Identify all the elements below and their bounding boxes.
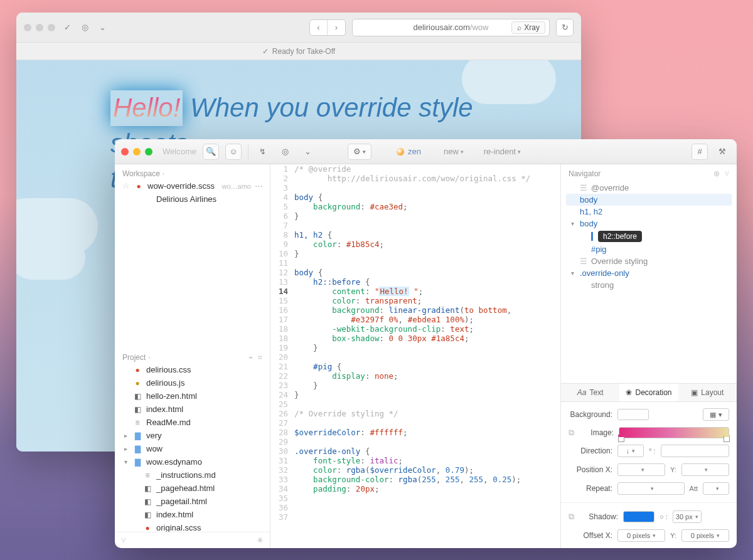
shadow-size-select[interactable]: 30 px	[673, 510, 702, 523]
compile-icon[interactable]: ⌁	[248, 353, 253, 362]
code-line[interactable]: 6}	[270, 211, 560, 221]
code-line[interactable]: 9 color: #1b85c4;	[270, 240, 560, 249]
code-line[interactable]: 31 font-style: italic;	[270, 456, 560, 465]
new-menu[interactable]: new▾	[444, 147, 464, 156]
file-row[interactable]: ◧_pagetail.html	[115, 495, 270, 508]
tab-decoration[interactable]: ❀Decoration	[619, 384, 678, 401]
navigator-item[interactable]: strong	[566, 279, 732, 291]
gear-button[interactable]: ⚙▾	[348, 144, 371, 160]
offsety-select[interactable]: 0 pixels	[681, 529, 729, 542]
code-line[interactable]: 12body {	[270, 268, 560, 277]
code-line[interactable]: 37	[270, 512, 560, 522]
rocket-tool-icon[interactable]: ↯	[255, 144, 271, 160]
code-line[interactable]: 7	[270, 221, 560, 230]
code-line[interactable]: 35	[270, 494, 560, 503]
code-line[interactable]: 24}	[270, 390, 560, 399]
file-row[interactable]: ▾▇wow.esdynamo	[115, 455, 270, 468]
navigator-item[interactable]: body	[566, 194, 732, 206]
code-line[interactable]: 17 #e3297f 0%, #ebdea1 100%);	[270, 315, 560, 324]
file-row[interactable]: ◧index.html	[115, 403, 270, 416]
direction-select[interactable]: ↓	[617, 445, 644, 457]
code-line[interactable]: 18 box-shadow: 0 0 30px #1a85c4;	[270, 334, 560, 343]
file-row[interactable]: ≡ReadMe.md	[115, 416, 270, 429]
navigator-item[interactable]: ▾body	[566, 218, 732, 230]
code-line[interactable]: 22 display: none;	[270, 371, 560, 381]
forward-button[interactable]: ›	[328, 20, 345, 35]
stack-icon[interactable]: ⧉	[569, 428, 579, 438]
file-row[interactable]: ▸▇wow	[115, 442, 270, 455]
scan-icon[interactable]: ⌗	[258, 353, 262, 362]
degree-input[interactable]	[661, 445, 729, 457]
code-line[interactable]: 32 color: rgba($overrideColor, 0.79);	[270, 465, 560, 475]
chevron-down-icon[interactable]: ⌄	[300, 144, 316, 160]
code-line[interactable]: 23 }	[270, 381, 560, 390]
navigator-item[interactable]: ☰Override styling	[566, 255, 732, 267]
tab-layout[interactable]: ▣Layout	[678, 384, 737, 401]
posx-select[interactable]	[617, 463, 665, 476]
code-line[interactable]: 28$overrideColor: #ffffff;	[270, 428, 560, 437]
add-nav-icon[interactable]: ⊕	[713, 169, 720, 178]
offsetx-select[interactable]: 0 pixels	[617, 529, 665, 542]
code-line[interactable]: 15 color: transparent;	[270, 296, 560, 305]
navigator-item[interactable]: #pig	[566, 243, 732, 255]
reload-button[interactable]: ↻	[556, 19, 574, 36]
zen-indicator[interactable]: zen	[397, 147, 421, 156]
target-tool-icon[interactable]: ◎	[277, 144, 294, 160]
filter-nav-icon[interactable]: ⑂	[725, 169, 729, 178]
target-icon[interactable]: ◎	[79, 22, 90, 33]
stack-icon[interactable]: ⧉	[569, 512, 579, 522]
tag-icon[interactable]: ✳	[257, 536, 264, 545]
file-row[interactable]: ◧hello-zen.html	[115, 389, 270, 403]
back-button[interactable]: ‹	[310, 20, 328, 35]
tab-text[interactable]: AaText	[561, 384, 619, 401]
file-row[interactable]: ◧index.html	[115, 508, 270, 521]
code-editor[interactable]: 1/* @override2 http://deliriousair.com/w…	[270, 164, 561, 548]
chevron-down-icon[interactable]: ⌄	[97, 22, 108, 33]
window-controls[interactable]	[121, 148, 152, 156]
navigator-item[interactable]: ☰@override	[566, 182, 732, 194]
code-line[interactable]: 20	[270, 352, 560, 362]
posy-select[interactable]	[681, 463, 729, 476]
code-line[interactable]: 14 content: "Hello! ";	[270, 287, 560, 296]
code-line[interactable]: 4body {	[270, 193, 560, 202]
code-line[interactable]: 2 http://deliriousair.com/wow/original.c…	[270, 174, 560, 183]
code-line[interactable]: 16 background: linear-gradient(to bottom…	[270, 305, 560, 315]
face-button[interactable]: ☺	[225, 144, 242, 160]
file-row[interactable]: ▸▇very	[115, 429, 270, 442]
code-line[interactable]: 33 background-color: rgba(255, 255, 255,…	[270, 475, 560, 484]
code-line[interactable]: 18 -webkit-background-clip: text;	[270, 324, 560, 334]
navigator-item[interactable]: h2::before	[566, 230, 732, 243]
code-line[interactable]: 10}	[270, 249, 560, 258]
reindent-menu[interactable]: re-indent▾	[484, 147, 521, 156]
settings-sliders-icon[interactable]: ⚒	[714, 144, 730, 160]
rocket-icon[interactable]: ✓	[61, 22, 73, 33]
code-line[interactable]: 25	[270, 399, 560, 409]
gradient-editor[interactable]	[619, 427, 729, 438]
code-line[interactable]: 1/* @override	[270, 164, 560, 174]
repeat-select[interactable]	[617, 482, 685, 495]
bg-color-swatch[interactable]	[617, 409, 649, 420]
workspace-header[interactable]: Workspace ›	[115, 164, 270, 179]
code-line[interactable]: 36	[270, 503, 560, 512]
file-row[interactable]: ●original.scss	[115, 521, 270, 532]
project-header[interactable]: Project › ⌁⌗	[115, 348, 270, 363]
code-line[interactable]: 21 #pig {	[270, 362, 560, 371]
code-line[interactable]: 34 padding: 20px;	[270, 484, 560, 494]
url-bar[interactable]: deliriousair.com/wow ⌕Xray	[352, 19, 550, 36]
filter-icon[interactable]: ⑂	[121, 536, 126, 545]
xray-button[interactable]: ⌕Xray	[511, 21, 545, 34]
code-line[interactable]: 5 background: #cae3ed;	[270, 202, 560, 211]
code-line[interactable]: 29	[270, 437, 560, 446]
hash-button[interactable]: #	[692, 144, 708, 160]
code-line[interactable]: 3	[270, 183, 560, 193]
file-row[interactable]: ●delirious.js	[115, 376, 270, 389]
code-line[interactable]: 11	[270, 258, 560, 268]
shadow-color-swatch[interactable]	[623, 511, 654, 522]
code-line[interactable]: 19 }	[270, 343, 560, 352]
navigator-item[interactable]: ▾.override-only	[566, 267, 732, 279]
search-button[interactable]: 🔍	[203, 144, 219, 160]
code-line[interactable]: 26/* Override styling */	[270, 409, 560, 418]
att-select[interactable]	[703, 482, 729, 495]
file-row[interactable]: ≡_instructions.md	[115, 468, 270, 482]
code-line[interactable]: 27	[270, 418, 560, 428]
